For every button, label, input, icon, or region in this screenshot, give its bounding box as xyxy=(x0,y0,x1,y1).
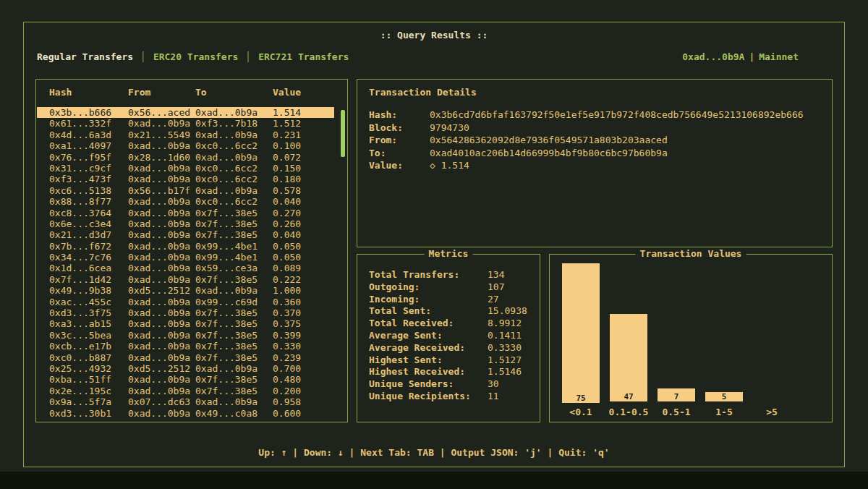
cell-value: 0.150 xyxy=(273,163,334,174)
cell-from: 0xad...0b9a xyxy=(128,163,195,174)
cell-hash: 0x61...332f xyxy=(49,118,128,129)
cell-value: 0.050 xyxy=(273,241,334,252)
metric-item: Total Received:8.9912 xyxy=(369,318,535,330)
cell-value: 0.600 xyxy=(273,408,334,419)
cell-hash: 0x7b...f672 xyxy=(49,241,128,252)
scrollbar-thumb[interactable] xyxy=(341,110,345,157)
table-row[interactable]: 0x21...d3d70xad...0b9a0x7f...38e50.040 xyxy=(37,229,334,240)
table-row[interactable]: 0xc0...b8870xad...0b9a0x7f...38e50.239 xyxy=(37,352,334,363)
table-row[interactable]: 0xac...455c0xad...0b9a0x99...c69d0.360 xyxy=(37,297,334,307)
metric-value: 134 xyxy=(488,269,504,281)
table-row[interactable]: 0x31...c9cf0xad...0b9a0xc0...6cc20.150 xyxy=(37,163,334,174)
table-row[interactable]: 0x34...7c760xad...0b9a0x99...4be10.050 xyxy=(37,252,334,263)
table-row[interactable]: 0xf3...473f0xad...0b9a0xc0...6cc20.180 xyxy=(37,174,334,184)
table-row[interactable]: 0x49...9b380xd5...25120xad...0b9a1.000 xyxy=(37,285,334,296)
cell-to: 0x7f...38e5 xyxy=(195,318,273,329)
cell-hash: 0xa3...ab15 xyxy=(49,318,128,329)
cell-value: 0.200 xyxy=(273,386,334,396)
table-row[interactable]: 0xd3...30b10xad...0b9a0x49...c0a80.600 xyxy=(37,408,334,419)
table-row[interactable]: 0x7f...1d420xad...0b9a0x7f...38e50.222 xyxy=(37,274,334,285)
cell-value: 0.222 xyxy=(273,274,334,285)
x-axis-label: 0.1-0.5 xyxy=(605,407,652,417)
cell-value: 0.270 xyxy=(273,208,334,218)
metric-label: Unique Recipients: xyxy=(369,391,488,403)
x-axis-label: >5 xyxy=(748,407,796,417)
tab-erc20-transfers[interactable]: ERC20 Transfers xyxy=(153,51,238,62)
cell-value: 0.700 xyxy=(273,363,334,374)
metric-item: Outgoing:107 xyxy=(369,281,535,294)
cell-hash: 0x88...8f77 xyxy=(49,196,128,207)
detail-value: 0x564286362092d8e7936f0549571a803b203aac… xyxy=(430,135,668,145)
account-separator: | xyxy=(744,51,759,62)
table-row[interactable]: 0xc6...51380x56...b17f0xad...0b9a0.578 xyxy=(37,185,334,196)
table-row[interactable]: 0x3c...5bea0xad...0b9a0x7f...38e50.399 xyxy=(37,330,334,341)
metric-label: Average Sent: xyxy=(369,330,488,342)
cell-value: 0.958 xyxy=(273,396,334,407)
cell-from: 0xad...0b9a xyxy=(128,341,195,352)
metric-label: Highest Received: xyxy=(369,366,488,378)
tab-regular-transfers[interactable]: Regular Transfers xyxy=(37,51,133,62)
table-row[interactable]: 0x6e...c3e40xad...0b9a0x7f...38e50.260 xyxy=(37,218,334,229)
details-title: Transaction Details xyxy=(369,87,477,98)
cell-from: 0xad...0b9a xyxy=(128,252,195,263)
cell-from: 0xad...0b9a xyxy=(128,229,195,240)
detail-label: From: xyxy=(369,134,430,147)
chart-bar-group xyxy=(748,263,796,401)
cell-hash: 0xf3...473f xyxy=(49,174,128,184)
cell-to: 0x99...4be1 xyxy=(195,252,273,263)
cell-hash: 0xcb...e17b xyxy=(49,341,128,352)
cell-from: 0xad...0b9a xyxy=(128,386,195,396)
metrics-panel: Metrics Total Transfers:134Outgoing:107I… xyxy=(357,254,540,422)
table-row[interactable]: 0x61...332f0xad...0b9a0xf3...7b181.512 xyxy=(37,118,334,129)
table-row[interactable]: 0x76...f95f0x28...1d600xad...0b9a0.072 xyxy=(37,152,334,163)
cell-to: 0xc0...6cc2 xyxy=(195,196,273,207)
table-row[interactable]: 0x25...49320xd5...25120xad...0b9a0.700 xyxy=(37,363,334,374)
detail-field: Hash:0x3b6cd7d6bfaf163792f50e1ef5e917b97… xyxy=(369,109,826,122)
cell-from: 0xad...0b9a xyxy=(128,374,195,385)
table-row[interactable]: 0xc8...37640xad...0b9a0x7f...38e50.270 xyxy=(37,208,334,218)
metric-label: Total Transfers: xyxy=(369,269,488,281)
table-row[interactable]: 0xd3...3f750xad...0b9a0x7f...38e50.370 xyxy=(37,307,334,318)
chart-bars: 754775 xyxy=(557,263,796,401)
table-row[interactable]: 0xba...51ff0xad...0b9a0x7f...38e50.480 xyxy=(37,374,334,385)
cell-from: 0xad...0b9a xyxy=(128,352,195,363)
cell-value: 0.231 xyxy=(273,129,334,140)
metric-item: Unique Recipients:11 xyxy=(369,391,535,403)
cell-to: 0xad...0b9a xyxy=(195,129,273,140)
table-row[interactable]: 0xa1...40970xad...0b9a0xc0...6cc20.100 xyxy=(37,140,334,151)
cell-value: 0.050 xyxy=(273,252,334,263)
cell-from: 0xad...0b9a xyxy=(128,263,195,273)
cell-hash: 0xac...455c xyxy=(49,297,128,307)
app-window: :: Query Results :: Regular Transfers│ER… xyxy=(23,22,845,467)
table-row[interactable]: 0x7b...f6720xad...0b9a0x99...4be10.050 xyxy=(37,241,334,252)
network-label: Mainnet xyxy=(759,51,799,62)
column-header-from: From xyxy=(128,87,195,98)
cell-value: 0.072 xyxy=(273,152,334,163)
cell-hash: 0xc6...5138 xyxy=(49,185,128,196)
cell-from: 0x21...5549 xyxy=(128,129,195,140)
bar-value-label: 47 xyxy=(610,392,647,401)
cell-hash: 0x31...c9cf xyxy=(49,163,128,174)
table-row[interactable]: 0x2e...195c0xad...0b9a0x7f...38e50.200 xyxy=(37,386,334,396)
table-row[interactable]: 0x88...8f770xad...0b9a0xc0...6cc20.040 xyxy=(37,196,334,207)
cell-from: 0xad...0b9a xyxy=(128,174,195,184)
metric-item: Average Sent:0.1411 xyxy=(369,330,535,342)
cell-value: 0.360 xyxy=(273,297,334,307)
cell-to: 0x7f...38e5 xyxy=(195,218,273,229)
cell-hash: 0x2e...195c xyxy=(49,386,128,396)
tab-bar: Regular Transfers│ERC20 Transfers│ERC721… xyxy=(37,51,349,62)
account-info: 0xad...0b9A|Mainnet xyxy=(682,51,799,62)
table-row[interactable]: 0xcb...e17b0xad...0b9a0x7f...38e50.330 xyxy=(37,341,334,352)
cell-hash: 0x1d...6cea xyxy=(49,263,128,273)
metric-value: 107 xyxy=(488,281,504,294)
table-row[interactable]: 0x4d...6a3d0x21...55490xad...0b9a0.231 xyxy=(37,129,334,140)
detail-label: Value: xyxy=(369,159,430,172)
table-row[interactable]: 0x1d...6cea0xad...0b9a0x59...ce3a0.089 xyxy=(37,263,334,273)
table-row[interactable]: 0xa3...ab150xad...0b9a0x7f...38e50.375 xyxy=(37,318,334,329)
tab-erc721-transfers[interactable]: ERC721 Transfers xyxy=(258,51,349,62)
table-row[interactable]: 0x9a...5f7a0x07...dc630xad...0b9a0.958 xyxy=(37,396,334,407)
detail-field: Block:9794730 xyxy=(369,122,826,135)
cell-hash: 0x34...7c76 xyxy=(49,252,128,263)
detail-value: 0x3b6cd7d6bfaf163792f50e1ef5e917b972f408… xyxy=(430,109,804,120)
table-row[interactable]: 0x3b...b6660x56...aced0xad...0b9a1.514 xyxy=(37,107,334,118)
